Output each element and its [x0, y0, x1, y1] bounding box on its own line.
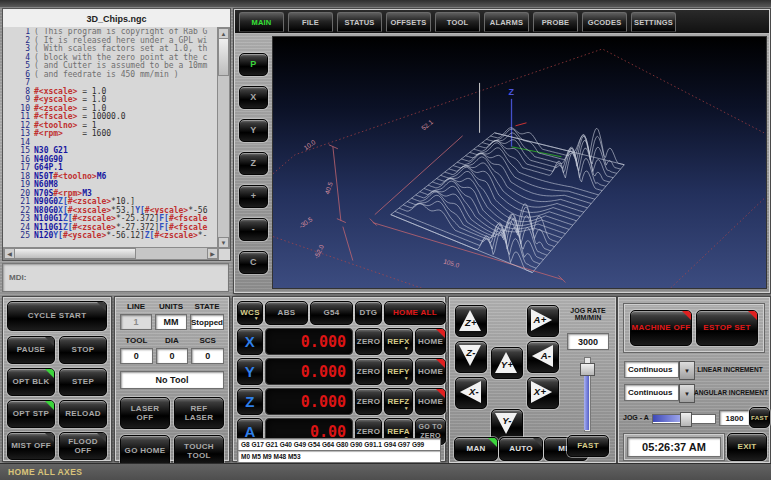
code-lines[interactable]: 1( This program is copyright of Rab G2( … — [4, 28, 218, 249]
units-label: UNITS — [155, 302, 187, 311]
tab-file[interactable]: FILE — [288, 12, 333, 32]
machine-panel: MACHINE OFF ESTOP SET Continuous ▼ LINEA… — [617, 296, 771, 464]
dia-label: DIA — [156, 336, 189, 345]
code-line: 25N120Y[#<yscale>*-56.12]Z[#<zscale>*- — [4, 232, 218, 241]
tab-probe[interactable]: PROBE — [533, 12, 578, 32]
units-value: MM — [155, 314, 187, 330]
line-value: 1 — [120, 314, 152, 330]
tab-gcodes[interactable]: GCODES — [582, 12, 627, 32]
zoom-in-button[interactable]: + — [239, 185, 268, 208]
jog-y-plus-button[interactable]: Y+ — [491, 347, 523, 379]
tool-label: TOOL — [120, 336, 153, 345]
linear-increment-select[interactable]: Continuous ▼ — [624, 361, 695, 380]
home-x-button[interactable]: HOME — [415, 328, 446, 355]
jog-a-value-input[interactable]: 1800 — [719, 410, 750, 426]
laser-button[interactable]: LASER OFF — [120, 397, 170, 429]
exit-button[interactable]: EXIT — [727, 433, 767, 461]
home-z-button[interactable]: HOME — [415, 388, 446, 415]
view-x-button[interactable]: X — [239, 86, 268, 109]
ref-laser-button[interactable]: REF LASER — [174, 397, 224, 429]
active-mcodes-display: M0 M5 M9 M48 M53 — [237, 450, 441, 463]
jog-fast-button[interactable]: FAST — [567, 435, 609, 457]
jog-rate-label: JOG RATE — [570, 307, 605, 314]
home-y-button[interactable]: HOME — [415, 358, 446, 385]
tab-main[interactable]: MAIN — [239, 12, 284, 32]
scroll-right-icon[interactable]: ▶ — [207, 248, 218, 259]
angular-increment-select[interactable]: Continuous ▼ — [624, 384, 695, 403]
g54-button[interactable]: G54 — [310, 301, 353, 325]
scs-label: SCS — [191, 336, 224, 345]
tab-alarms[interactable]: ALARMS — [484, 12, 529, 32]
editor-vscrollbar[interactable]: ▲ ▼ — [217, 27, 230, 249]
jog-x-minus-button[interactable]: X- — [455, 377, 487, 409]
view-y-button[interactable]: Y — [239, 119, 268, 142]
view-perspective-button[interactable]: P — [239, 53, 268, 76]
manual-mode-button[interactable]: MAN — [454, 437, 498, 461]
estop-frame: MACHINE OFF ESTOP SET — [623, 303, 765, 353]
scs-value: 0 — [191, 348, 224, 364]
mist-button[interactable]: MIST OFF — [7, 432, 55, 460]
tab-offsets[interactable]: OFFSETS — [386, 12, 431, 32]
jog-a-plus-button[interactable]: A+ — [527, 305, 559, 337]
ref-y-button[interactable]: REFY▼ — [384, 358, 413, 385]
optional-block-button[interactable]: OPT BLK — [7, 368, 55, 396]
state-value: Stopped — [190, 314, 224, 330]
reload-button[interactable]: RELOAD — [59, 400, 107, 428]
abs-button[interactable]: ABS — [265, 301, 308, 325]
statusbar-text: HOME ALL AXES — [8, 467, 82, 477]
linear-increment-label: LINEAR INCREMENT — [692, 366, 768, 373]
angular-increment-label: ANGULAR INCREMENT — [692, 389, 770, 396]
ref-z-button[interactable]: REFZ▼ — [384, 388, 413, 415]
vscroll-thumb[interactable] — [218, 38, 229, 76]
cycle-start-button[interactable]: CYCLE START — [7, 301, 107, 331]
zero-y-button[interactable]: ZERO — [355, 358, 382, 385]
jog-rate-units-label: MM/MIN — [575, 314, 601, 321]
flood-button[interactable]: FLOOD OFF — [59, 432, 107, 460]
axis-z-button[interactable]: Z — [237, 388, 263, 415]
ref-x-button[interactable]: REFX▼ — [384, 328, 413, 355]
stop-button[interactable]: STOP — [59, 336, 107, 364]
home-all-button[interactable]: HOME ALL — [384, 301, 446, 325]
dtg-button[interactable]: DTG — [355, 301, 382, 325]
wcs-dropdown-button[interactable]: WCS▼ — [237, 301, 263, 325]
jog-rate-input[interactable]: 3000 — [567, 333, 609, 350]
jog-a-fast-button[interactable]: FAST — [749, 407, 770, 428]
jog-rate-slider-thumb[interactable] — [580, 363, 595, 376]
jog-z-plus-button[interactable]: Z+ — [455, 305, 487, 337]
tab-status[interactable]: STATUS — [337, 12, 382, 32]
estop-button[interactable]: ESTOP SET — [696, 310, 758, 346]
jog-z-minus-button[interactable]: Z- — [455, 341, 487, 373]
axis-x-button[interactable]: X — [237, 328, 263, 355]
zero-z-button[interactable]: ZERO — [355, 388, 382, 415]
mdi-input[interactable]: MDI: — [2, 263, 229, 292]
jog-panel: Z+ A+ Z- Y+ A- X- X+ Y- MAN AUTO MDI JOG… — [448, 296, 617, 464]
tab-tool[interactable]: TOOL — [435, 12, 480, 32]
jog-a-label: JOG - A — [623, 414, 649, 421]
zoom-out-button[interactable]: - — [239, 218, 268, 241]
editor-hscrollbar[interactable]: ◀ ▶ — [3, 247, 219, 260]
machine-power-button[interactable]: MACHINE OFF — [630, 310, 692, 346]
gcode-editor[interactable]: 1( This program is copyright of Rab G2( … — [2, 27, 231, 261]
hscroll-thumb[interactable] — [14, 248, 136, 259]
step-button[interactable]: STEP — [59, 368, 107, 396]
tab-settings[interactable]: SETTINGS — [631, 12, 676, 32]
jog-rate-slider-fill — [584, 375, 589, 430]
auto-mode-button[interactable]: AUTO — [499, 437, 543, 461]
jog-a-slider-thumb[interactable] — [680, 412, 692, 427]
dro-x-value: 0.000 — [265, 328, 353, 355]
jog-x-plus-button[interactable]: X+ — [527, 377, 559, 409]
axis-y-button[interactable]: Y — [237, 358, 263, 385]
optional-stop-button[interactable]: OPT STP — [7, 400, 55, 428]
clear-view-button[interactable]: C — [239, 251, 268, 274]
line-label: LINE — [120, 302, 152, 311]
state-label: STATE — [190, 302, 224, 311]
message-statusbar: HOME ALL AXES — [0, 463, 771, 480]
z-axis-label: Z — [509, 87, 515, 97]
dia-value: 0 — [156, 348, 189, 364]
jog-a-minus-button[interactable]: A- — [527, 341, 559, 373]
preview-3d-view[interactable]: 10.0 40.5 -30.5 -52.0 105.0 52.1 Z — [272, 36, 767, 289]
view-z-button[interactable]: Z — [239, 152, 268, 175]
zero-x-button[interactable]: ZERO — [355, 328, 382, 355]
pause-button[interactable]: PAUSE — [7, 336, 55, 364]
scroll-down-icon[interactable]: ▼ — [218, 237, 229, 248]
